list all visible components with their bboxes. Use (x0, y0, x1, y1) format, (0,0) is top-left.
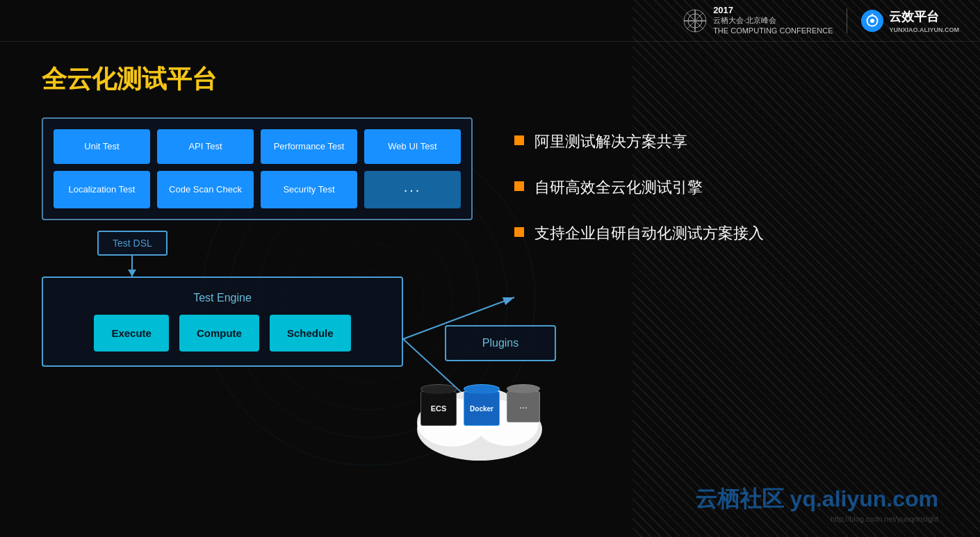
watermark: 云栖社区 yq.aliyun.com http://blog.csdn.net/… (695, 484, 938, 523)
security-test-btn[interactable]: Security Test (261, 171, 357, 208)
conf-year-name: 2017 (713, 5, 833, 15)
arrow-section: Test DSL (42, 220, 473, 276)
conf-name: 云栖大会·北京峰会 (713, 15, 833, 26)
bullet-2 (514, 181, 524, 191)
bullet-3 (514, 227, 524, 237)
page-title: 全云化测试平台 (42, 63, 938, 97)
unit-test-btn[interactable]: Unit Test (54, 129, 150, 164)
test-dsl-box: Test DSL (97, 231, 168, 256)
main-content: 全云化测试平台 Unit Test API Test Performance T… (0, 42, 980, 537)
info-item-2: 自研高效全云化测试引擎 (514, 177, 938, 199)
bullet-1 (514, 135, 524, 145)
ecs-body: ECS (420, 391, 457, 426)
localization-test-btn[interactable]: Localization Test (54, 171, 150, 208)
watermark-main: 云栖社区 yq.aliyun.com (695, 484, 938, 515)
ecs-cylinder: ECS (420, 384, 457, 426)
info-text-2: 自研高效全云化测试引擎 (534, 177, 703, 199)
header-divider (847, 8, 847, 33)
conf-subtitle: THE COMPUTING CONFERENCE (713, 26, 833, 36)
brand-url: YUNXIAO.ALIYUN.COM (889, 26, 959, 33)
docker-cylinder: Docker (464, 384, 500, 426)
test-types-box: Unit Test API Test Performance Test Web … (42, 117, 473, 220)
info-text-1: 阿里测试解决方案共享 (534, 131, 687, 153)
web-ui-test-btn[interactable]: Web UI Test (364, 129, 461, 164)
storage-body: ··· (507, 391, 540, 422)
brand-icon (861, 10, 883, 32)
cloud-items: ECS Docker (420, 384, 540, 426)
storage-top (507, 384, 540, 393)
conf-logo-icon (683, 8, 708, 33)
info-section: 阿里测试解决方案共享 自研高效全云化测试引擎 支持企业自研自动化测试方案接入 (514, 117, 938, 268)
engine-title: Test Engine (57, 292, 388, 304)
brand-name: 云效平台 (889, 8, 959, 25)
compute-btn[interactable]: Compute (179, 315, 259, 352)
bottom-row: Test Engine Execute Compute Schedule (42, 276, 473, 415)
diagram-section: Unit Test API Test Performance Test Web … (42, 117, 473, 415)
svg-point-7 (870, 19, 874, 23)
plugins-label: Plugins (482, 337, 518, 349)
info-item-3: 支持企业自研自动化测试方案接入 (514, 223, 938, 245)
cloud-section: ECS Docker (410, 374, 549, 478)
watermark-sub: http://blog.csdn.net/yunqrinsight (695, 515, 938, 523)
dsl-arrow (131, 256, 133, 276)
right-connections: Plugins (403, 276, 473, 415)
plugins-box: Plugins (445, 325, 556, 361)
main-layout: Unit Test API Test Performance Test Web … (42, 117, 938, 415)
ecs-top (420, 384, 457, 394)
info-text-3: 支持企业自研自动化测试方案接入 (534, 223, 764, 245)
schedule-btn[interactable]: Schedule (270, 315, 351, 352)
engine-box: Test Engine Execute Compute Schedule (42, 276, 403, 367)
header: 2017 云栖大会·北京峰会 THE COMPUTING CONFERENCE … (0, 0, 980, 42)
brand-logo: 云效平台 YUNXIAO.ALIYUN.COM (861, 8, 959, 33)
execute-btn[interactable]: Execute (94, 315, 169, 352)
more-tests-btn[interactable]: ··· (364, 171, 461, 208)
api-test-btn[interactable]: API Test (157, 129, 254, 164)
engine-wrapper: Test Engine Execute Compute Schedule (42, 276, 403, 415)
docker-top (464, 384, 500, 394)
docker-body: Docker (464, 391, 500, 426)
conf-logo: 2017 云栖大会·北京峰会 THE COMPUTING CONFERENCE (683, 5, 833, 37)
engine-buttons: Execute Compute Schedule (57, 315, 388, 352)
performance-test-btn[interactable]: Performance Test (261, 129, 357, 164)
test-types-grid: Unit Test API Test Performance Test Web … (54, 129, 461, 208)
info-item-1: 阿里测试解决方案共享 (514, 131, 938, 153)
code-scan-btn[interactable]: Code Scan Check (157, 171, 254, 208)
storage-cylinder: ··· (507, 384, 540, 422)
